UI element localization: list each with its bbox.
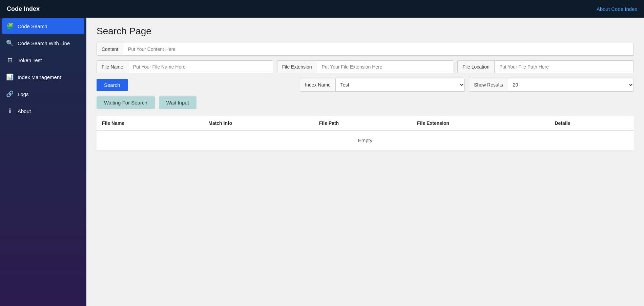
- search-row: Search Index Name Test Show Results 5102…: [97, 78, 634, 92]
- sidebar-item-token-test[interactable]: ⊟ Token Test: [0, 52, 86, 69]
- main-content: Search Page Content File Name File Exten…: [86, 18, 644, 306]
- content-input[interactable]: [123, 43, 633, 55]
- search-button[interactable]: Search: [97, 79, 128, 91]
- file-name-label: File Name: [97, 61, 128, 73]
- sidebar-item-index-management[interactable]: 📊 Index Management: [0, 69, 86, 85]
- waiting-status: Waiting For Search: [97, 96, 155, 109]
- about-link[interactable]: About Code Index: [597, 6, 637, 12]
- col-file-extension: File Extension: [412, 116, 549, 130]
- results-table: File NameMatch InfoFile PathFile Extensi…: [97, 116, 634, 150]
- logs-icon: 🔗: [6, 90, 14, 98]
- col-file-path: File Path: [314, 116, 412, 130]
- table-header-row: File NameMatch InfoFile PathFile Extensi…: [97, 116, 634, 130]
- file-location-input[interactable]: [495, 61, 633, 73]
- sidebar-item-label: Code Search With Line: [18, 40, 70, 46]
- sidebar-item-label: Logs: [18, 91, 29, 97]
- file-extension-input[interactable]: [317, 61, 453, 73]
- file-location-label: File Location: [458, 61, 494, 73]
- sidebar-item-label: About: [18, 108, 31, 114]
- index-management-icon: 📊: [6, 73, 14, 81]
- show-results-label: Show Results: [469, 78, 508, 91]
- empty-message: Empty: [97, 130, 634, 150]
- about-icon: ℹ: [6, 107, 14, 115]
- sidebar-item-label: Code Search: [18, 23, 47, 29]
- topbar: Code Index About Code Index: [0, 0, 644, 18]
- page-title: Search Page: [97, 26, 634, 37]
- wait-input-status: Wait Input: [159, 96, 196, 109]
- content-label: Content: [97, 43, 123, 55]
- sidebar: 🧩 Code Search 🔍 Code Search With Line ⊟ …: [0, 18, 86, 306]
- index-name-label: Index Name: [300, 78, 335, 91]
- show-results-select[interactable]: 5102050100: [508, 78, 633, 91]
- sidebar-item-code-search-line[interactable]: 🔍 Code Search With Line: [0, 35, 86, 52]
- token-test-icon: ⊟: [6, 56, 14, 64]
- sidebar-item-label: Index Management: [18, 74, 61, 80]
- file-fields-row: File Name File Extension File Location: [97, 60, 634, 73]
- index-name-select[interactable]: Test: [336, 78, 464, 91]
- file-name-group: File Name: [97, 60, 273, 73]
- sidebar-item-code-search[interactable]: 🧩 Code Search: [2, 18, 84, 34]
- file-extension-group: File Extension: [277, 60, 454, 73]
- empty-row: Empty: [97, 130, 634, 150]
- sidebar-item-label: Token Test: [18, 57, 42, 63]
- col-match-info: Match Info: [203, 116, 314, 130]
- index-name-group: Index Name Test: [300, 78, 465, 92]
- show-results-group: Show Results 5102050100: [469, 78, 634, 92]
- app-title: Code Index: [7, 5, 40, 13]
- status-row: Waiting For Search Wait Input: [97, 96, 634, 109]
- col-details: Details: [549, 116, 634, 130]
- file-name-input[interactable]: [128, 61, 273, 73]
- layout: 🧩 Code Search 🔍 Code Search With Line ⊟ …: [0, 18, 644, 306]
- file-location-group: File Location: [457, 60, 634, 73]
- code-search-icon: 🧩: [6, 22, 14, 30]
- col-file-name: File Name: [97, 116, 203, 130]
- sidebar-item-logs[interactable]: 🔗 Logs: [0, 85, 86, 102]
- code-search-line-icon: 🔍: [6, 39, 14, 47]
- sidebar-item-about[interactable]: ℹ About: [0, 102, 86, 119]
- content-row: Content: [97, 43, 634, 56]
- file-extension-label: File Extension: [277, 61, 317, 73]
